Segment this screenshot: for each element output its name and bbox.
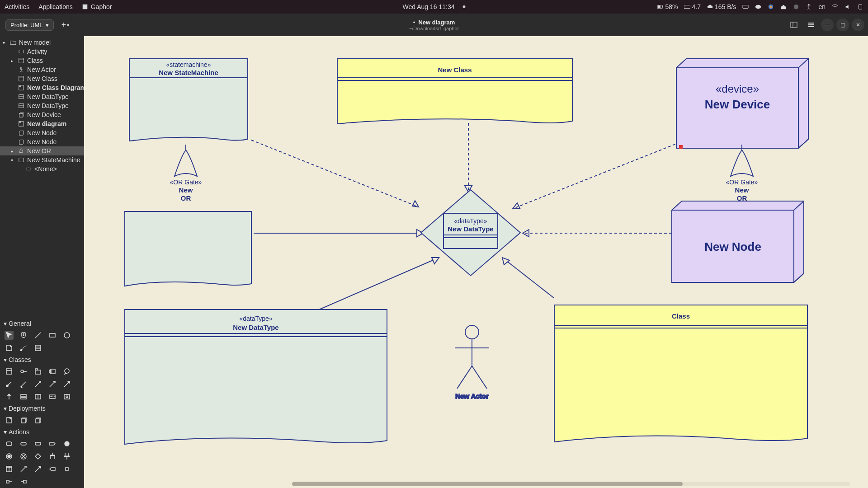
join-node-tool[interactable] — [62, 452, 71, 461]
action-tool[interactable] — [19, 439, 28, 448]
box-tool[interactable] — [48, 331, 57, 340]
dependency-tool[interactable] — [48, 380, 57, 389]
comment-line-tool[interactable] — [19, 343, 28, 352]
tree-item[interactable]: New DataType — [0, 101, 84, 110]
instance-tool[interactable] — [62, 392, 71, 401]
activity-tool[interactable] — [5, 439, 14, 448]
language-indicator[interactable]: en — [818, 3, 826, 10]
tree-item[interactable]: New Node — [0, 128, 84, 137]
artifact-tool[interactable] — [5, 416, 14, 425]
tree-item[interactable]: New diagram — [0, 119, 84, 128]
device-tool[interactable] — [33, 416, 42, 425]
maximize-button[interactable]: ▢ — [836, 19, 849, 31]
tree-item-selected[interactable]: ▸New OR — [0, 146, 84, 155]
initial-node-tool[interactable] — [62, 439, 71, 448]
datatype-element-big[interactable]: «dataType» New DataType — [125, 310, 387, 444]
notification-dot-icon[interactable] — [462, 5, 465, 8]
send-signal-tool[interactable] — [48, 439, 57, 448]
tree-item[interactable]: <None> — [0, 164, 84, 174]
accessibility-icon[interactable] — [806, 4, 812, 10]
composition-tool[interactable] — [19, 380, 28, 389]
profile-selector[interactable]: Profile: UML ▾ — [5, 19, 54, 31]
realize-tool[interactable] — [5, 392, 14, 401]
tree-item[interactable]: Activity — [0, 47, 84, 56]
node-element[interactable]: New Node — [672, 201, 804, 282]
wifi-icon[interactable] — [832, 4, 838, 10]
node-tool[interactable] — [19, 416, 28, 425]
keyboard-icon[interactable] — [742, 4, 749, 10]
palette-section-actions[interactable]: ▾Actions — [0, 427, 84, 437]
circle-icon[interactable] — [793, 4, 799, 10]
palette-section-deployments[interactable]: ▾Deployments — [0, 403, 84, 414]
discord-icon[interactable] — [755, 4, 761, 10]
connection-handle-icon[interactable] — [679, 145, 683, 149]
network-indicator[interactable]: 165 B/s — [707, 3, 736, 10]
power-icon[interactable] — [857, 4, 863, 10]
final-node-tool[interactable] — [5, 452, 14, 461]
empty-element-left[interactable] — [125, 211, 251, 286]
close-button[interactable]: ✕ — [852, 19, 864, 31]
tree-item[interactable]: ▾New StateMachine — [0, 155, 84, 164]
tree-item[interactable]: New Actor — [0, 65, 84, 74]
class-element-bottom[interactable]: Class — [554, 305, 807, 442]
component-tool[interactable] — [48, 367, 57, 376]
ram-indicator[interactable]: 4.7 — [684, 3, 700, 10]
statemachine-element[interactable]: «statemachine» New StateMachine — [129, 59, 248, 141]
class-tool[interactable] — [5, 367, 14, 376]
enumeration-tool[interactable] — [62, 367, 71, 376]
object-node-tool[interactable] — [33, 439, 42, 448]
comment-tool[interactable] — [5, 343, 14, 352]
applications-button[interactable]: Applications — [38, 3, 73, 10]
stereotype-tool[interactable] — [33, 392, 42, 401]
diagram-canvas[interactable]: «statemachine» New StateMachine New Clas… — [84, 36, 868, 488]
home-icon[interactable] — [780, 4, 787, 10]
pin-tool[interactable] — [62, 465, 71, 474]
decision-node-tool[interactable] — [33, 452, 42, 461]
or-gate-element-right[interactable]: «OR Gate» New OR — [726, 145, 758, 202]
generalization-tool[interactable] — [62, 380, 71, 389]
device-element[interactable]: «device» New Device — [676, 59, 808, 149]
battery-indicator[interactable]: 58% — [657, 3, 678, 10]
line-tool[interactable] — [33, 331, 42, 340]
new-button[interactable]: +▾ — [58, 18, 73, 32]
interface-tool[interactable] — [19, 367, 28, 376]
browser-icon[interactable] — [768, 4, 774, 10]
or-gate-element-left[interactable]: «OR Gate» New OR — [170, 145, 202, 202]
accept-event-tool[interactable] — [48, 465, 57, 474]
association-tool[interactable] — [33, 380, 42, 389]
containment-tool[interactable] — [5, 380, 14, 389]
palette-section-general[interactable]: ▾General — [0, 318, 84, 329]
output-pin-tool[interactable] — [19, 477, 28, 486]
horizontal-scrollbar[interactable] — [292, 482, 850, 486]
datatype-tool[interactable] — [19, 392, 28, 401]
control-flow-tool[interactable] — [19, 465, 28, 474]
tree-item[interactable]: New DataType — [0, 92, 84, 101]
tree-item[interactable]: New Class — [0, 74, 84, 83]
primitive-tool[interactable] — [48, 392, 57, 401]
tree-root[interactable]: ▾ New model — [0, 38, 84, 47]
package-tool[interactable] — [33, 367, 42, 376]
tree-item[interactable]: New Device — [0, 110, 84, 119]
volume-icon[interactable] — [844, 4, 851, 10]
metadata-tool[interactable] — [33, 343, 42, 352]
ellipse-tool[interactable] — [62, 331, 71, 340]
tree-item[interactable]: New Node — [0, 137, 84, 146]
pointer-tool[interactable] — [5, 331, 14, 340]
fork-node-tool[interactable] — [48, 452, 57, 461]
class-element-top[interactable]: New Class — [337, 59, 572, 124]
minimize-button[interactable]: — — [821, 19, 834, 31]
flow-final-tool[interactable] — [19, 452, 28, 461]
input-pin-tool[interactable] — [5, 477, 14, 486]
sidebar-toggle-button[interactable] — [787, 18, 801, 32]
hamburger-menu-button[interactable] — [804, 18, 818, 32]
activities-button[interactable]: Activities — [5, 3, 29, 10]
magnet-tool[interactable] — [19, 331, 28, 340]
clock[interactable]: Wed Aug 16 11:34 — [403, 3, 455, 10]
palette-section-classes[interactable]: ▾Classes — [0, 354, 84, 365]
object-flow-tool[interactable] — [33, 465, 42, 474]
partition-tool[interactable] — [5, 465, 14, 474]
current-app-indicator[interactable]: Gaphor — [82, 3, 112, 10]
tree-item[interactable]: ▸Class — [0, 56, 84, 65]
actor-element[interactable]: New Actor — [455, 325, 489, 400]
tree-item[interactable]: New Class Diagram — [0, 83, 84, 92]
